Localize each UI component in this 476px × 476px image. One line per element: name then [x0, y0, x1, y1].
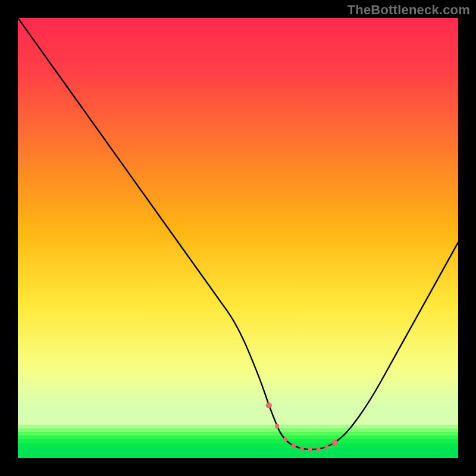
highlight-dot [317, 447, 321, 451]
curve-path [18, 18, 458, 449]
watermark-text: TheBottleneck.com [347, 2, 470, 18]
plot-area [18, 18, 458, 458]
bottleneck-curve [18, 18, 458, 458]
highlight-dot [292, 444, 296, 448]
highlight-dot [332, 440, 338, 446]
chart-frame: TheBottleneck.com [0, 0, 476, 476]
highlight-dot [275, 424, 279, 428]
highlight-dot [300, 446, 304, 450]
highlight-dot [266, 402, 272, 408]
highlight-dot [283, 437, 287, 441]
highlight-dot [308, 447, 312, 452]
highlight-dot [324, 444, 328, 449]
